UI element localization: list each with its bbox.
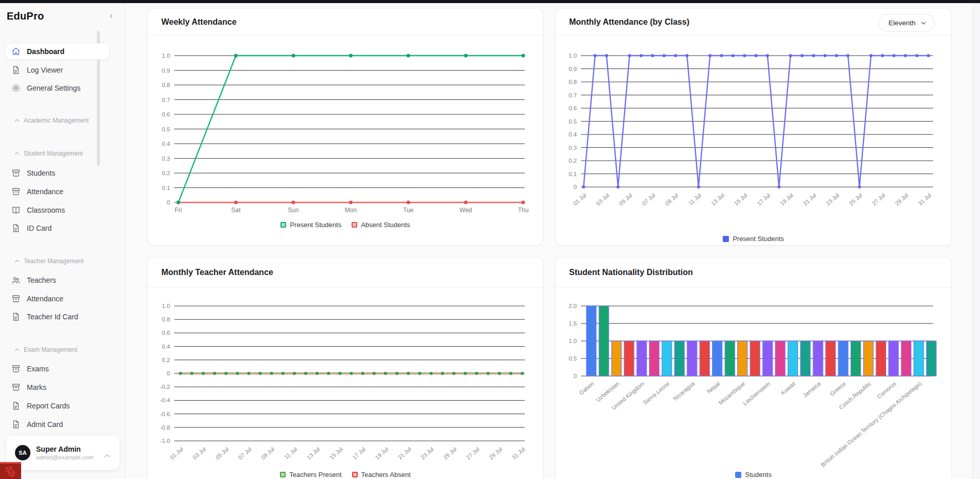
sidebar-item-label: Students: [27, 169, 55, 177]
svg-text:1.0: 1.0: [162, 53, 170, 59]
svg-text:11 Jul: 11 Jul: [687, 192, 702, 207]
chevron-down-icon: [920, 20, 927, 26]
svg-text:25 Jul: 25 Jul: [442, 446, 458, 461]
card-header: Monthly Teacher Attendance: [148, 258, 543, 287]
document-icon: [11, 65, 21, 75]
document-icon: [11, 401, 21, 410]
top-bar: [0, 0, 980, 3]
svg-text:0.8: 0.8: [162, 316, 170, 322]
student-nationality-distribution-card: Student Nationality Distribution 2.01.51…: [556, 258, 951, 479]
laravel-icon: [5, 466, 16, 477]
svg-text:21 Jul: 21 Jul: [396, 446, 412, 461]
svg-text:07 Jul: 07 Jul: [641, 192, 656, 207]
svg-text:Fri: Fri: [175, 207, 182, 214]
archive-icon: [11, 383, 21, 392]
svg-text:17 Jul: 17 Jul: [756, 192, 771, 207]
legend-item[interactable]: Students: [735, 471, 771, 478]
legend-item[interactable]: Teachers Present: [280, 471, 341, 478]
svg-text:0.8: 0.8: [162, 82, 170, 88]
svg-text:-1.0: -1.0: [160, 438, 170, 444]
sidebar-item-marks[interactable]: Marks: [5, 379, 109, 396]
sidebar-item-teachers[interactable]: Teachers: [5, 272, 109, 288]
sidebar-item-students[interactable]: Students: [5, 165, 109, 181]
card-header: Weekly Attendance: [148, 9, 543, 36]
monthly-teacher-attendance-chart: 1.00.80.60.40.20-0.2-0.4-0.6-0.8-1.001 J…: [148, 287, 543, 479]
svg-text:13 Jul: 13 Jul: [306, 446, 321, 461]
legend-label: Present Students: [733, 235, 784, 243]
legend-item[interactable]: Present Students: [723, 235, 784, 243]
weekly-attendance-card: Weekly Attendance 1.00.90.80.70.60.50.40…: [148, 9, 543, 245]
svg-text:11 Jul: 11 Jul: [283, 446, 298, 460]
window-scrollbar[interactable]: [972, 3, 980, 479]
sidebar-item-attendance[interactable]: Attendance: [5, 183, 109, 200]
sidebar-item-label: Log Viewer: [27, 66, 63, 74]
svg-text:31 Jul: 31 Jul: [510, 446, 526, 461]
sidebar-item-teacher-attendance[interactable]: Attendance: [5, 290, 109, 307]
svg-text:Mon: Mon: [345, 207, 357, 214]
svg-text:23 Jul: 23 Jul: [825, 192, 840, 207]
svg-text:0: 0: [574, 373, 577, 379]
chart-legend: Present Students: [556, 235, 951, 243]
sidebar: EduPro ‹ Dashboard Log Viewer General Se…: [0, 3, 125, 479]
svg-text:19 Jul: 19 Jul: [779, 192, 794, 207]
document-icon: [11, 312, 21, 321]
app-logo: EduPro: [7, 10, 44, 22]
user-name: Super Admin: [36, 445, 93, 453]
sidebar-item-label: Exams: [27, 365, 49, 373]
chart-legend: Students: [556, 471, 951, 478]
sidebar-section-label: Teacher Management: [24, 258, 84, 265]
sidebar-collapse-icon[interactable]: ‹: [106, 10, 117, 22]
legend-swatch: [280, 472, 286, 477]
sidebar-item-log-viewer[interactable]: Log Viewer: [5, 62, 109, 78]
user-menu[interactable]: SA Super Admin admin@example.com: [6, 435, 120, 470]
sidebar-section-exam-management[interactable]: Exam Management: [14, 345, 77, 354]
student-nationality-chart: 2.01.51.00.50GabonUzbekistanUnited Kingd…: [556, 287, 951, 479]
sidebar-item-admit-card[interactable]: Admit Card: [5, 416, 109, 433]
card-header: Student Nationality Distribution: [556, 258, 951, 287]
monthly-teacher-attendance-card: Monthly Teacher Attendance 1.00.80.60.40…: [148, 258, 543, 479]
sidebar-item-classrooms[interactable]: Classrooms: [5, 202, 109, 218]
svg-text:31 Jul: 31 Jul: [917, 192, 932, 207]
sidebar-section-label: Student Management: [24, 150, 83, 157]
sidebar-item-dashboard[interactable]: Dashboard: [5, 43, 109, 60]
chevron-up-icon: [14, 258, 20, 264]
svg-text:21 Jul: 21 Jul: [802, 192, 817, 207]
legend-label: Students: [745, 471, 771, 478]
laravel-debugbar-button[interactable]: [0, 462, 21, 479]
svg-text:Gabon: Gabon: [578, 380, 595, 396]
card-title: Monthly Teacher Attendance: [161, 268, 273, 277]
svg-text:05 Jul: 05 Jul: [618, 192, 634, 207]
sidebar-item-report-cards[interactable]: Report Cards: [5, 398, 109, 414]
svg-text:0.9: 0.9: [569, 66, 577, 72]
chevron-up-icon: [104, 451, 110, 455]
sidebar-item-label: Attendance: [27, 295, 63, 303]
legend-item[interactable]: Teachers Absent: [352, 471, 411, 478]
sidebar-item-id-card[interactable]: ID Card: [5, 220, 109, 236]
class-filter-dropdown[interactable]: Eleventh: [878, 14, 935, 32]
svg-text:Comoros: Comoros: [876, 380, 898, 400]
sidebar-item-exams[interactable]: Exams: [5, 361, 109, 377]
sidebar-section-student-management[interactable]: Student Management: [14, 149, 83, 158]
sidebar-section-academic-management[interactable]: Academic Management: [14, 116, 89, 125]
sidebar-item-teacher-id-card[interactable]: Teacher Id Card: [5, 309, 109, 325]
svg-text:0.4: 0.4: [162, 344, 171, 350]
chart-legend: Teachers PresentTeachers Absent: [148, 471, 543, 478]
sidebar-section-teacher-management[interactable]: Teacher Management: [14, 256, 84, 266]
legend-item[interactable]: Absent Students: [352, 221, 410, 229]
sidebar-item-label: Dashboard: [27, 47, 64, 56]
sidebar-item-label: Teacher Id Card: [27, 313, 78, 321]
card-title: Weekly Attendance: [161, 18, 237, 27]
svg-text:Nepal: Nepal: [706, 380, 721, 395]
svg-text:0.3: 0.3: [569, 145, 577, 151]
sidebar-item-label: Teachers: [27, 276, 56, 284]
svg-text:0.8: 0.8: [569, 79, 577, 85]
legend-item[interactable]: Present Students: [280, 221, 341, 229]
svg-text:0.4: 0.4: [569, 131, 577, 138]
svg-text:01 Jul: 01 Jul: [169, 446, 184, 461]
svg-text:Sat: Sat: [231, 207, 241, 214]
svg-text:05 Jul: 05 Jul: [214, 446, 230, 461]
svg-text:Kuwait: Kuwait: [779, 380, 796, 396]
sidebar-item-general-settings[interactable]: General Settings: [5, 80, 109, 96]
legend-label: Teachers Absent: [361, 471, 411, 478]
svg-text:-0.8: -0.8: [160, 424, 170, 431]
